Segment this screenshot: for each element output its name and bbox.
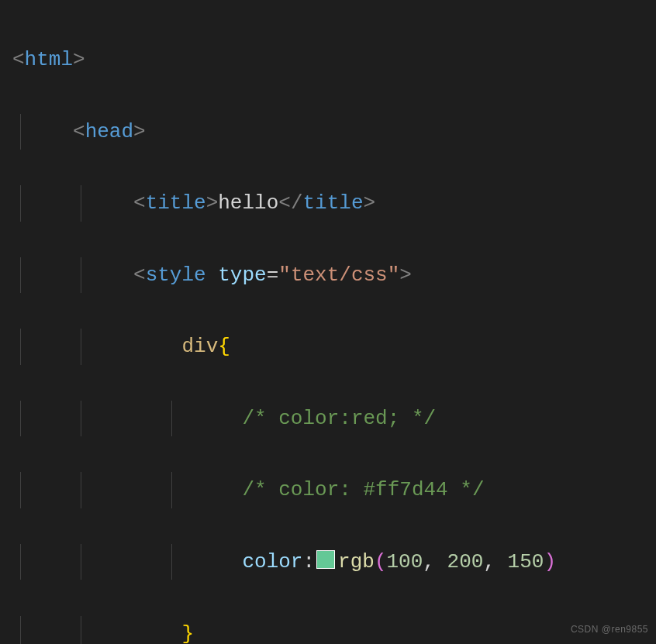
code-line: color:rgb(100, 200, 150) (12, 544, 656, 580)
code-line: } (12, 616, 656, 644)
css-comment: /* color:red; */ (242, 407, 436, 430)
color-swatch-icon (316, 550, 335, 569)
num: 150 (508, 550, 544, 573)
code-line: <head> (12, 114, 656, 150)
attr-value: "text/css" (278, 263, 399, 287)
css-selector: div (181, 335, 218, 358)
num: 100 (387, 550, 423, 573)
brace-open: { (218, 335, 230, 358)
brace-close: } (181, 622, 194, 644)
tag-title: title (146, 191, 206, 215)
code-line: <title>hello</title> (12, 185, 656, 221)
code-line: /* color:red; */ (12, 401, 656, 436)
attr-type: type (218, 263, 266, 287)
watermark: CSDN @ren9855 (571, 622, 648, 638)
css-comment: /* color: #ff7d44 */ (242, 478, 484, 501)
code-line: <style type="text/css"> (12, 257, 656, 293)
tag-head: head (85, 120, 133, 143)
css-prop: color (242, 550, 302, 573)
css-func: rgb (338, 550, 375, 573)
tag-html: html (25, 48, 73, 71)
code-line: /* color: #ff7d44 */ (12, 472, 656, 508)
code-line: <html> (12, 42, 656, 77)
title-text: hello (218, 191, 278, 215)
code-block: <html> <head> <title>hello</title> <styl… (0, 0, 656, 644)
num: 200 (447, 550, 484, 573)
tag-style: style (146, 263, 206, 287)
code-line: div{ (12, 329, 656, 364)
